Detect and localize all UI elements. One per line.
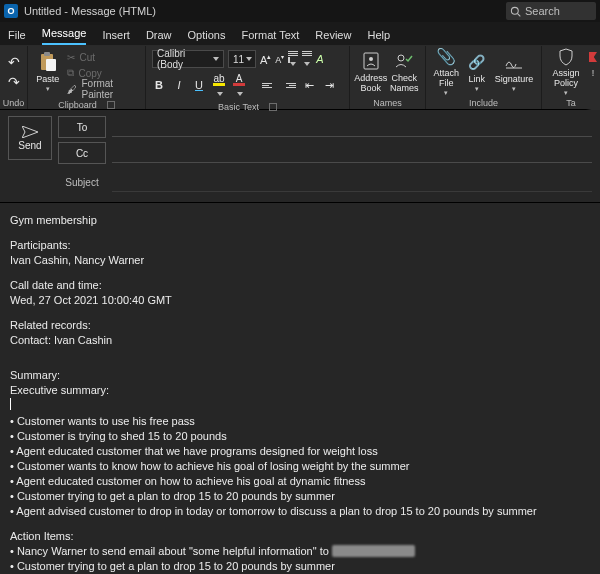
- address-book-icon: [363, 52, 379, 70]
- check-names-button[interactable]: Check Names: [388, 48, 422, 96]
- tab-help[interactable]: Help: [367, 29, 390, 45]
- tab-file[interactable]: File: [8, 29, 26, 45]
- redo-icon[interactable]: ↷: [8, 74, 20, 90]
- shrink-font-icon[interactable]: A▾: [275, 53, 284, 65]
- to-button[interactable]: To: [58, 116, 106, 138]
- dialog-launcher-icon[interactable]: [107, 101, 115, 109]
- svg-rect-3: [44, 52, 50, 56]
- tab-draw[interactable]: Draw: [146, 29, 172, 45]
- address-book-button[interactable]: Address Book: [354, 48, 388, 96]
- datetime-heading: Call date and time:: [10, 278, 590, 293]
- clear-formatting-icon[interactable]: A: [316, 53, 323, 65]
- bullet-item: • Agent advised customer to drop in toda…: [10, 504, 590, 519]
- group-basic-text: Calibri (Body 11 A▴ A▾ A B I U ab A ⇤ ⇥: [146, 46, 350, 109]
- svg-line-1: [518, 13, 521, 16]
- shield-icon: [558, 48, 574, 66]
- subject-label: Subject: [58, 177, 106, 188]
- outlook-icon: O: [4, 4, 18, 18]
- tab-insert[interactable]: Insert: [102, 29, 130, 45]
- body-title: Gym membership: [10, 213, 590, 228]
- scissors-icon: ✂: [67, 52, 75, 63]
- numbering-icon[interactable]: [302, 51, 312, 68]
- chevron-down-icon: ▾: [444, 89, 448, 97]
- highlight-button[interactable]: ab: [212, 72, 226, 98]
- window-title: Untitled - Message (HTML): [24, 5, 156, 17]
- bullet-item: • Customer wants to know how to achieve …: [10, 459, 590, 474]
- font-size-select[interactable]: 11: [228, 50, 256, 68]
- datetime-value: Wed, 27 Oct 2021 10:00:40 GMT: [10, 293, 590, 308]
- related-value: Contact: Ivan Cashin: [10, 333, 590, 348]
- chevron-down-icon: ▾: [46, 85, 50, 93]
- undo-icon[interactable]: ↶: [8, 54, 20, 70]
- send-button[interactable]: Send: [8, 116, 52, 160]
- bullet-item: • Agent educated customer on how to achi…: [10, 474, 590, 489]
- tab-options[interactable]: Options: [188, 29, 226, 45]
- grow-font-icon[interactable]: A▴: [260, 53, 271, 66]
- paste-icon: [39, 52, 57, 72]
- participants-heading: Participants:: [10, 238, 590, 253]
- brush-icon: 🖌: [67, 84, 77, 95]
- to-field[interactable]: [112, 117, 592, 137]
- ribbon-overflow: !: [586, 46, 600, 110]
- redacted-text: +353892678274.: [332, 545, 415, 557]
- svg-point-0: [511, 7, 518, 14]
- exec-summary-heading: Executive summary:: [10, 383, 590, 398]
- paperclip-icon: 📎: [436, 47, 456, 66]
- group-include: 📎 Attach File ▾ 🔗 Link ▾ Signature ▾ Inc…: [426, 46, 542, 109]
- tab-format-text[interactable]: Format Text: [241, 29, 299, 45]
- bullets-icon[interactable]: [288, 51, 298, 68]
- summary-heading: Summary:: [10, 368, 590, 383]
- cc-field[interactable]: [112, 143, 592, 163]
- format-painter-button[interactable]: 🖌Format Painter: [65, 82, 139, 96]
- align-right-icon[interactable]: [282, 83, 296, 88]
- action-items-heading: Action Items:: [10, 529, 590, 544]
- italic-button[interactable]: I: [172, 79, 186, 91]
- send-icon: [22, 126, 38, 138]
- chevron-down-icon: ▾: [512, 85, 516, 93]
- action-item: • Customer trying to get a plan to drop …: [10, 559, 590, 574]
- title-bar: O Untitled - Message (HTML) Search: [0, 0, 600, 22]
- paste-button[interactable]: Paste ▾: [32, 48, 63, 96]
- attach-file-button[interactable]: 📎 Attach File ▾: [430, 48, 462, 96]
- font-color-button[interactable]: A: [232, 72, 246, 98]
- tab-message[interactable]: Message: [42, 27, 87, 45]
- compose-header: Send To Cc Subject: [0, 110, 600, 203]
- svg-point-6: [369, 57, 373, 61]
- font-name-select[interactable]: Calibri (Body: [152, 50, 224, 68]
- search-placeholder: Search: [525, 5, 560, 17]
- chevron-down-icon: [213, 57, 219, 61]
- underline-button[interactable]: U: [192, 79, 206, 91]
- indent-left-icon[interactable]: ⇤: [302, 79, 316, 92]
- signature-button[interactable]: Signature ▾: [491, 48, 537, 96]
- ribbon: ↶ ↷ Undo Paste ▾ ✂Cut ⧉Copy 🖌Format Pain…: [0, 46, 600, 110]
- group-label-clipboard: Clipboard: [58, 100, 97, 110]
- group-clipboard: Paste ▾ ✂Cut ⧉Copy 🖌Format Painter Clipb…: [28, 46, 146, 109]
- flag-icon[interactable]: [589, 52, 597, 62]
- subject-field[interactable]: [112, 172, 592, 192]
- assign-policy-button[interactable]: Assign Policy ▾: [546, 48, 586, 96]
- message-body[interactable]: Gym membership Participants: Ivan Cashin…: [0, 203, 600, 574]
- bold-button[interactable]: B: [152, 79, 166, 91]
- cc-button[interactable]: Cc: [58, 142, 106, 164]
- cut-button[interactable]: ✂Cut: [65, 50, 139, 64]
- related-heading: Related records:: [10, 318, 590, 333]
- check-names-icon: [395, 53, 413, 69]
- search-input[interactable]: Search: [506, 2, 596, 20]
- align-left-icon[interactable]: [262, 83, 276, 88]
- chevron-down-icon: ▾: [564, 89, 568, 97]
- group-names: Address Book Check Names Names: [350, 46, 426, 109]
- chevron-down-icon: ▾: [475, 85, 479, 93]
- link-button[interactable]: 🔗 Link ▾: [462, 48, 491, 96]
- svg-rect-4: [46, 59, 56, 71]
- group-label-undo: Undo: [0, 98, 27, 109]
- indent-right-icon[interactable]: ⇥: [322, 79, 336, 92]
- dialog-launcher-icon[interactable]: [269, 103, 277, 111]
- bullet-item: • Customer wants to use his free pass: [10, 414, 590, 429]
- link-icon: 🔗: [468, 54, 485, 70]
- text-cursor: [10, 398, 11, 410]
- tab-review[interactable]: Review: [315, 29, 351, 45]
- search-icon: [510, 6, 521, 17]
- group-undo: ↶ ↷ Undo: [0, 46, 28, 109]
- ribbon-tabs: File Message Insert Draw Options Format …: [0, 22, 600, 46]
- group-label-basic-text: Basic Text: [218, 102, 259, 112]
